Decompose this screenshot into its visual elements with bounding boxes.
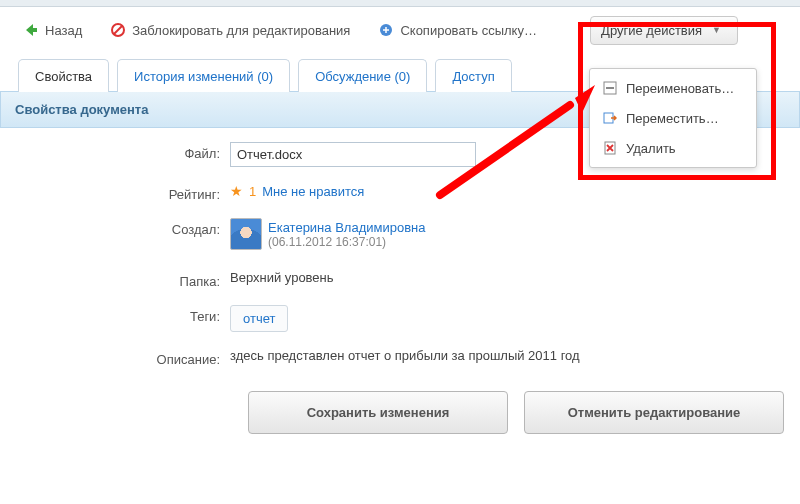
tab-properties[interactable]: Свойства	[18, 59, 109, 92]
menu-move-label: Переместить…	[626, 111, 719, 126]
save-button[interactable]: Сохранить изменения	[248, 391, 508, 434]
properties-form: Файл: Рейтинг: ★1 Мне не нравится Создал…	[0, 128, 800, 434]
tags-label: Теги:	[10, 305, 230, 324]
svg-rect-4	[606, 87, 614, 89]
menu-rename-label: Переименовать…	[626, 81, 734, 96]
other-actions-label: Другие действия	[601, 23, 702, 38]
arrow-left-icon	[23, 22, 39, 38]
lock-label: Заблокировать для редактирования	[132, 23, 350, 38]
avatar	[230, 218, 262, 250]
chevron-down-icon: ▼	[712, 25, 721, 35]
lock-button[interactable]: Заблокировать для редактирования	[99, 15, 361, 45]
other-actions-menu: Переименовать… Переместить… Удалить	[589, 68, 757, 168]
description-value: здесь представлен отчет о прибыли за про…	[230, 348, 790, 363]
tab-history[interactable]: История изменений (0)	[117, 59, 290, 92]
copy-link-button[interactable]: Скопировать ссылку…	[367, 15, 548, 45]
svg-line-1	[114, 26, 122, 34]
cancel-button[interactable]: Отменить редактирование	[524, 391, 784, 434]
folder-label: Папка:	[10, 270, 230, 289]
menu-delete[interactable]: Удалить	[590, 133, 756, 163]
file-label: Файл:	[10, 142, 230, 161]
back-button[interactable]: Назад	[12, 15, 93, 45]
created-label: Создал:	[10, 218, 230, 237]
toolbar: Назад Заблокировать для редактирования С…	[0, 7, 800, 59]
dislike-link[interactable]: Мне не нравится	[262, 184, 364, 199]
other-actions-button[interactable]: Другие действия ▼	[590, 16, 738, 45]
description-label: Описание:	[10, 348, 230, 367]
menu-move[interactable]: Переместить…	[590, 103, 756, 133]
folder-value: Верхний уровень	[230, 270, 790, 285]
file-name-input[interactable]	[230, 142, 476, 167]
creator-name[interactable]: Екатерина Владимировна	[268, 220, 425, 235]
tag-chip[interactable]: отчет	[230, 305, 288, 332]
link-icon	[378, 22, 394, 38]
tab-access[interactable]: Доступ	[435, 59, 511, 92]
block-icon	[110, 22, 126, 38]
back-label: Назад	[45, 23, 82, 38]
rating-label: Рейтинг:	[10, 183, 230, 202]
menu-rename[interactable]: Переименовать…	[590, 73, 756, 103]
copy-link-label: Скопировать ссылку…	[400, 23, 537, 38]
creator-date: (06.11.2012 16:37:01)	[268, 235, 425, 249]
rating-count: 1	[249, 184, 256, 199]
delete-icon	[602, 140, 618, 156]
menu-delete-label: Удалить	[626, 141, 676, 156]
star-icon: ★	[230, 183, 243, 199]
move-icon	[602, 110, 618, 126]
rename-icon	[602, 80, 618, 96]
tab-discussion[interactable]: Обсуждение (0)	[298, 59, 427, 92]
